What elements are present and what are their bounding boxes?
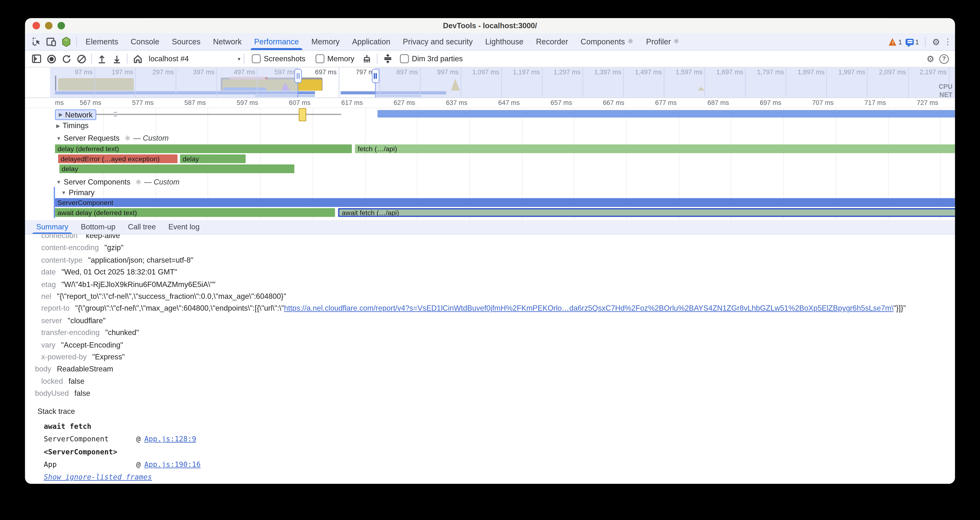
minimize-window-icon[interactable] [45,22,52,29]
tab-application[interactable]: Application [346,33,396,50]
network-track-label: Network [65,110,92,119]
network-request-marker[interactable] [299,108,306,121]
server-requests-track-header[interactable]: ▼ Server Requests ⚛ — Custom [25,134,955,143]
primary-track-header[interactable]: ▼ Primary [25,188,955,197]
clear-icon[interactable] [74,52,89,65]
ruler-tick-label: 667 ms [588,99,624,107]
selection-handle-line [375,82,376,98]
details-tab-event-log[interactable]: Event log [162,220,206,234]
divider [377,54,378,64]
divider [76,37,77,46]
tab-performance[interactable]: Performance [248,33,305,50]
property-row: etag"W/\"4b1-RjEJloX9kRinu6F0MAZMmy6E5iA… [35,278,955,291]
window-title: DevTools - localhost:3000/ [443,21,537,30]
screenshots-checkbox[interactable]: Screenshots [252,54,305,63]
timeline-event-bar[interactable]: fetch (…/api) [355,145,955,153]
reload-record-icon[interactable] [59,52,74,65]
show-ignore-listed-frames-link[interactable]: Show ignore-listed frames [44,472,955,481]
settings-gear-icon[interactable]: ⚙ [932,37,940,46]
selection-handle-line [298,82,299,98]
tab-profiler[interactable]: Profiler⚛ [640,33,686,50]
expand-triangle-icon[interactable]: ▼ [56,135,61,141]
timeline-event-bar[interactable]: delayedError (…ayed exception) [58,154,178,163]
details-tab-bottom-up[interactable]: Bottom-up [75,220,121,234]
inspect-element-icon[interactable] [29,35,44,48]
tab-network[interactable]: Network [207,33,248,50]
property-value: "keep-alive" [83,234,123,242]
record-icon[interactable] [44,52,59,65]
capture-settings-gear-icon[interactable]: ⚙ [926,54,934,64]
tab-privacy-and-security[interactable]: Privacy and security [397,33,479,50]
close-window-icon[interactable] [33,22,40,29]
drag-grip-icon[interactable] [114,112,117,118]
collapse-triangle-icon[interactable]: ▶ [56,123,60,128]
warning-count: 1 [898,38,902,45]
home-icon[interactable] [130,52,145,65]
ruler-tick-label: 707 ms [797,99,834,107]
property-value: "Wed, 01 Oct 2025 18:32:01 GMT" [62,267,177,278]
report-url-link[interactable]: https://a.nel.cloudflare.com/report/v4?s… [284,304,894,313]
load-profile-icon[interactable] [94,52,109,65]
kebab-menu-icon[interactable]: ⋮ [944,37,951,46]
history-select[interactable]: localhost #4 ▼ [149,54,241,63]
network-track[interactable]: ▶ Network [25,110,955,119]
divider [91,54,92,64]
timeline-event-bar[interactable]: delay (deferred text) [55,145,352,153]
property-row: x-powered-by"Express" [35,351,955,364]
tab-memory[interactable]: Memory [305,33,346,50]
expand-triangle-icon[interactable]: ▼ [56,179,61,185]
property-key: connection [41,234,77,242]
tab-recorder[interactable]: Recorder [530,33,574,50]
selection-handle-left[interactable] [294,69,302,83]
timeline-event-bar[interactable]: delay [59,164,294,173]
timeline-event-bar[interactable]: delay [180,154,246,163]
tab-lighthouse[interactable]: Lighthouse [479,33,530,50]
timeline-tracks: ▶ Network ▶ Timings ▼ Server Requests ⚛ … [25,108,955,220]
device-toolbar-icon[interactable] [44,35,59,48]
warning-badge[interactable]: ! 1 [889,38,902,45]
property-row: lockedfalse [35,375,955,388]
timeline-event-bar[interactable]: await fetch (…/api) [338,208,955,217]
source-location-link[interactable]: App.js:190:16 [145,460,200,469]
checkbox-box [400,54,409,63]
property-value: "cloudflare" [68,315,106,327]
ruler-tick-label: 587 ms [170,99,206,107]
collapse-triangle-icon[interactable]: ▶ [59,112,63,118]
timings-track[interactable]: ▶ Timings [25,121,955,131]
property-value: "application/json; charset=utf-8" [88,254,193,266]
timings-track-label: Timings [63,121,89,130]
network-request-bar[interactable] [378,110,955,118]
tab-components[interactable]: Components⚛ [574,33,640,50]
details-tab-summary[interactable]: Summary [30,220,75,234]
shortcuts-dialog-icon[interactable] [380,52,395,65]
chevron-down-icon: ▼ [237,57,241,61]
timeline-event-bar[interactable]: ServerComponent [55,198,955,207]
maximize-window-icon[interactable] [57,22,65,29]
details-tab-call-tree[interactable]: Call tree [122,220,162,234]
extension-gem-icon[interactable] [59,35,74,48]
ruler-tick-label: 727 ms [902,99,938,107]
divider [127,54,127,64]
help-icon[interactable]: ? [939,54,949,64]
stack-trace-section: Stack trace await fetchServerComponent@A… [25,407,955,481]
tab-elements[interactable]: Elements [80,33,124,50]
source-location-link[interactable]: App.js:128:9 [145,435,196,443]
save-profile-icon[interactable] [110,52,124,65]
server-components-track-header[interactable]: ▼ Server Components ⚛ — Custom [25,178,955,187]
timeline-overview[interactable]: CPU NET 97 ms197 ms297 ms397 ms497 ms597… [25,68,955,98]
network-track-header[interactable]: ▶ Network [55,110,97,120]
custom-suffix: — Custom [133,134,169,143]
memory-checkbox[interactable]: Memory [315,54,355,63]
dim-3rd-parties-checkbox[interactable]: Dim 3rd parties [400,54,463,63]
screen: DevTools - localhost:3000/ ElementsConso… [0,0,980,520]
history-select-value: localhost #4 [149,54,189,63]
issues-badge[interactable]: 1 [906,38,919,45]
tab-sources[interactable]: Sources [165,33,207,50]
tab-console[interactable]: Console [124,33,165,50]
selection-handle-right[interactable] [372,69,379,83]
ruler-tick-label: 647 ms [484,99,520,107]
collect-garbage-icon[interactable] [359,52,374,65]
timeline-event-bar[interactable]: await delay (deferred text) [55,208,335,217]
expand-triangle-icon[interactable]: ▼ [61,190,66,196]
toggle-sidebar-icon[interactable] [29,52,44,65]
